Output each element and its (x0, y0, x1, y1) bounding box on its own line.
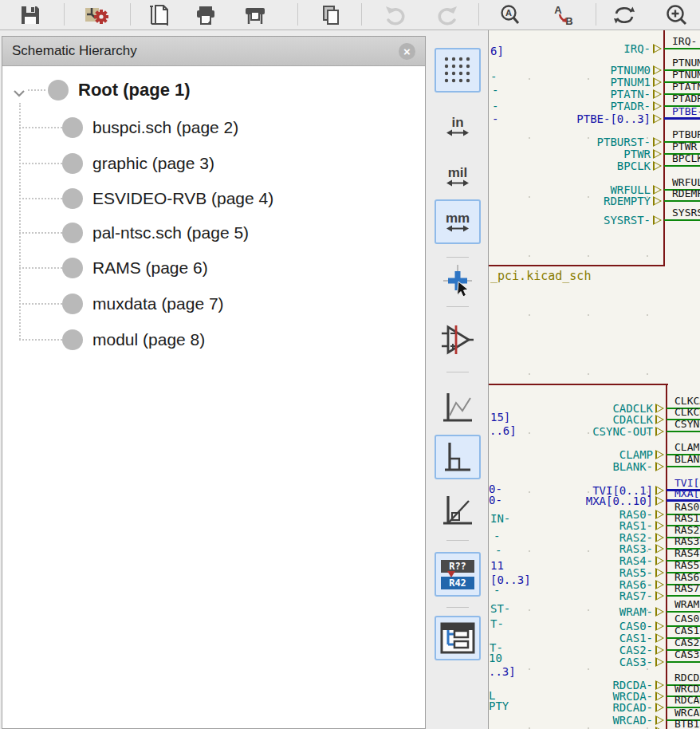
tree-item[interactable]: buspci.sch (page 2) (19, 110, 238, 145)
tree-item[interactable]: graphic (page 3) (19, 146, 214, 181)
toolbar-separator (446, 257, 469, 258)
plot-button[interactable] (238, 1, 273, 30)
redo-button[interactable] (429, 1, 464, 30)
clipped-label-fragment: - (492, 100, 498, 112)
refresh-button[interactable] (607, 1, 642, 30)
units-mils-label: mil (448, 166, 468, 179)
lines-hv-icon (442, 441, 474, 473)
clipped-label-fragment: IN- (490, 512, 510, 525)
clipped-label-fragment: T- (490, 617, 504, 630)
sheet-bullet-icon (62, 188, 83, 209)
toolbar-separator (297, 3, 298, 26)
clipped-label-fragment: 0- (489, 494, 502, 506)
sheet-bullet-icon (62, 223, 83, 243)
sheet-bullet-icon (62, 153, 83, 174)
chevron-down-icon[interactable] (13, 86, 26, 100)
units-mils-button[interactable]: mil (435, 157, 481, 195)
toolbar-separator (478, 3, 479, 26)
svg-text:A: A (505, 8, 512, 18)
paste-button[interactable] (313, 1, 348, 30)
units-inches-label: in (451, 116, 463, 129)
find-button[interactable]: A (493, 1, 528, 30)
undo-icon (384, 4, 408, 26)
tree-connector (19, 163, 62, 164)
tree-connector (19, 339, 62, 341)
sheet-bullet-icon (48, 80, 69, 100)
hierarchy-navigator-icon (440, 622, 475, 654)
grid-visibility-button[interactable] (435, 48, 481, 93)
crosshair-cursor-icon (442, 265, 474, 300)
simulator-button[interactable] (435, 317, 481, 362)
schematic-setup-icon (85, 4, 108, 26)
tree-item[interactable]: ESVIDEO-RVB (page 4) (19, 181, 273, 216)
save-icon (19, 4, 41, 26)
tree-item-label: modul (page 8) (92, 330, 205, 349)
plot-icon (244, 4, 266, 26)
lines-horizontal-vertical-button[interactable] (435, 435, 481, 479)
close-icon[interactable]: × (399, 43, 415, 60)
crosshair-cursor-button[interactable] (435, 263, 481, 301)
units-mm-label: mm (446, 211, 470, 225)
annotate-icon: R?? R42 (441, 560, 474, 589)
double-arrow-icon (446, 129, 470, 136)
tree-connector (19, 232, 62, 234)
toolbar-separator (446, 306, 469, 307)
print-button[interactable] (188, 1, 223, 30)
find-replace-button[interactable]: AB (546, 1, 581, 30)
redo-icon (435, 4, 458, 26)
tree-item-label: graphic (page 3) (92, 154, 214, 173)
clipped-label-fragment: 11 (490, 559, 504, 572)
units-mm-button[interactable]: mm (435, 199, 481, 244)
tree-item[interactable]: pal-ntsc.sch (page 5) (19, 215, 249, 250)
tree-item-label: ESVIDEO-RVB (page 4) (92, 189, 273, 208)
tree-item-label: muxdata (page 7) (92, 294, 224, 313)
clipped-label-fragment: ST- (490, 602, 510, 615)
panel-title: Schematic Hierarchy (12, 43, 137, 59)
lines-any-angle-icon (442, 392, 474, 424)
page-settings-icon (148, 4, 171, 26)
find-replace-icon: AB (552, 4, 576, 26)
paste-icon (320, 4, 342, 26)
lines-45-degree-button[interactable] (435, 488, 481, 533)
clipped-label-fragment: 15] (490, 411, 510, 424)
save-button[interactable] (13, 1, 48, 30)
schematic-setup-button[interactable] (79, 1, 114, 30)
tree-item[interactable]: modul (page 8) (19, 322, 205, 357)
sheet-bullet-icon (62, 329, 83, 350)
print-icon (195, 4, 217, 26)
zoom-in-icon (665, 3, 689, 27)
svg-text:A: A (554, 4, 562, 16)
annotate-unnamed-label: R?? (441, 560, 474, 573)
clipped-label-fragment: 6] (490, 45, 504, 57)
lines-45-icon (442, 495, 474, 526)
clipped-label-fragment: - (490, 70, 497, 83)
tree-item[interactable]: muxdata (page 7) (19, 286, 224, 321)
left-toolbar: in mil mm R?? R42 (427, 30, 488, 729)
toolbar-separator (130, 3, 131, 26)
panel-title-bar[interactable]: Schematic Hierarchy × (2, 37, 425, 66)
page-settings-button[interactable] (142, 1, 177, 30)
tree-item[interactable]: Root (page 1) (48, 73, 191, 108)
refresh-icon (612, 4, 636, 26)
find-icon: A (498, 4, 522, 26)
annotate-symbols-button[interactable]: R?? R42 (435, 552, 481, 597)
clipped-label-fragment: - (495, 544, 501, 557)
tree-connector (28, 89, 45, 91)
double-arrow-icon (446, 225, 470, 232)
lines-any-angle-button[interactable] (435, 385, 481, 430)
clipped-label-fragment: - (492, 84, 498, 97)
tree-item-label: pal-ntsc.sch (page 5) (92, 223, 249, 242)
undo-button[interactable] (379, 1, 414, 30)
tree-item-label: RAMS (page 6) (92, 258, 208, 278)
clipped-label-fragment: - (494, 584, 500, 597)
units-inches-button[interactable]: in (435, 107, 481, 145)
opamp-icon (440, 324, 475, 356)
hierarchy-navigator-button[interactable] (435, 616, 481, 660)
tree-item-label: buspci.sch (page 2) (92, 118, 238, 137)
zoom-in-button[interactable] (659, 1, 694, 30)
schematic-hierarchy-panel: Schematic Hierarchy × Root (page 1) busp… (2, 36, 426, 729)
schematic-canvas[interactable]: _pci.kicad_sch IRQ- IRQ- PTNUM0 PTNUM0 P… (488, 30, 700, 729)
tree-item-label: Root (page 1) (78, 80, 191, 100)
top-toolbar: A AB (0, 0, 700, 30)
tree-item[interactable]: RAMS (page 6) (19, 250, 208, 286)
